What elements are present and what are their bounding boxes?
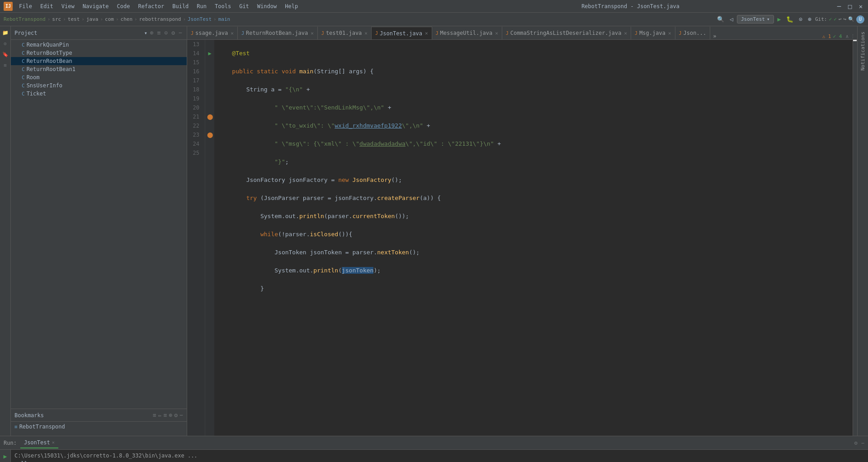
menu-run[interactable]: Run bbox=[193, 2, 210, 10]
menu-window[interactable]: Window bbox=[254, 2, 280, 10]
line-num: 24 bbox=[187, 139, 201, 148]
tab-test01[interactable]: J test01.java ✕ bbox=[318, 27, 372, 39]
tab-messageutil[interactable]: J MessageUtil.java ✕ bbox=[432, 27, 502, 39]
project-close-icon[interactable]: − bbox=[178, 29, 183, 37]
project-collapse-icon[interactable]: ≡ bbox=[156, 29, 162, 37]
tab-close-icon[interactable]: ✕ bbox=[311, 30, 314, 36]
git-check1[interactable]: ✓ bbox=[829, 16, 832, 22]
code-area[interactable]: @Test public static void main(String[] a… bbox=[214, 40, 853, 436]
line-num: 14 bbox=[187, 49, 201, 58]
coverage-button[interactable]: ⊙ bbox=[797, 15, 804, 24]
bc-main[interactable]: main bbox=[218, 16, 231, 22]
run-tab-close[interactable]: ✕ bbox=[52, 440, 55, 445]
sidebar-project-icon[interactable]: 📁 bbox=[1, 28, 10, 37]
tab-commastringaslist[interactable]: J CommaStringAsListDeserializer.java ✕ bbox=[502, 27, 631, 39]
tree-item[interactable]: C Ticket bbox=[11, 90, 187, 98]
tab-close-icon[interactable]: ✕ bbox=[425, 30, 428, 36]
search-btn[interactable]: 🔍 bbox=[848, 16, 854, 22]
bookmark-item[interactable]: ≡ RebotTranspond bbox=[11, 422, 187, 432]
more-tabs-icon[interactable]: ⋮ bbox=[850, 33, 855, 39]
tree-item-label: Ticket bbox=[27, 90, 46, 97]
scrollbar-thumb[interactable] bbox=[853, 40, 857, 41]
bm-icon6[interactable]: − bbox=[179, 412, 183, 419]
menu-navigate[interactable]: Navigate bbox=[79, 2, 113, 10]
bc-jsontest[interactable]: JsonTest bbox=[188, 16, 212, 22]
redo-btn[interactable]: ↪ bbox=[843, 16, 846, 22]
tab-label: test01.java bbox=[326, 30, 362, 36]
bm-icon2[interactable]: ✏ bbox=[158, 412, 162, 419]
sidebar-commit-icon[interactable]: ⊙ bbox=[1, 39, 10, 48]
run-tab-jsontest[interactable]: JsonTest ✕ bbox=[20, 438, 58, 448]
tab-close-icon[interactable]: ✕ bbox=[495, 30, 498, 36]
debug-button[interactable]: 🐛 bbox=[784, 15, 795, 24]
bc-chen[interactable]: chen bbox=[121, 16, 133, 22]
tree-item[interactable]: C SnsUserInfo bbox=[11, 81, 187, 90]
bm-icon5[interactable]: ⚙ bbox=[174, 412, 178, 419]
sidebar-bookmarks-icon[interactable]: 🔖 bbox=[1, 50, 10, 59]
expand-icon[interactable]: ∧ bbox=[845, 33, 849, 39]
project-gear-icon[interactable]: ⚙ bbox=[170, 29, 176, 37]
git-check2[interactable]: ✓ bbox=[834, 16, 837, 22]
back-btn[interactable]: ◁ bbox=[728, 15, 735, 24]
tree-item[interactable]: C ReturnRootBean1 bbox=[11, 65, 187, 73]
class-icon: C bbox=[22, 67, 25, 72]
bc-rebottranspond[interactable]: rebottranspond bbox=[139, 16, 181, 22]
run-close-icon[interactable]: − bbox=[861, 440, 864, 446]
notifications-label[interactable]: Notifications bbox=[860, 28, 866, 74]
bm-icon3[interactable]: ≡ bbox=[164, 412, 167, 419]
maximize-button[interactable]: □ bbox=[846, 3, 854, 10]
tab-close-icon[interactable]: ✕ bbox=[624, 30, 627, 36]
undo-btn[interactable]: ↩ bbox=[839, 16, 842, 22]
bm-icon1[interactable]: ≡ bbox=[153, 412, 156, 419]
bc-com[interactable]: com bbox=[105, 16, 114, 22]
menu-file[interactable]: File bbox=[15, 2, 36, 10]
tree-item[interactable]: C RemarkQuanPin bbox=[11, 41, 187, 49]
tab-json-more[interactable]: J Json... bbox=[675, 27, 711, 39]
bc-src[interactable]: src bbox=[52, 16, 61, 22]
run-output: C:\Users\15031\.jdks\corretto-1.8.0_332\… bbox=[11, 450, 868, 462]
close-button[interactable]: ✕ bbox=[857, 3, 864, 10]
tree-item-label: ReturnRootBean1 bbox=[27, 66, 75, 72]
left-sidebar: 📁 ⊙ 🔖 ≡ bbox=[0, 26, 11, 436]
run-play-icon[interactable]: ▶ bbox=[1, 452, 10, 461]
bc-project[interactable]: RebotTranspond bbox=[4, 16, 46, 22]
tab-returnrootbean[interactable]: J ReturnRootBean.java ✕ bbox=[238, 27, 318, 39]
project-scroll-icon[interactable]: ⊙ bbox=[164, 29, 169, 37]
bc-test[interactable]: test bbox=[68, 16, 80, 22]
tree-item-label: ReturnRootBean bbox=[27, 58, 72, 64]
tree-item[interactable]: C Room bbox=[11, 73, 187, 81]
menu-code[interactable]: Code bbox=[113, 2, 134, 10]
run-button[interactable]: ▶ bbox=[776, 15, 783, 24]
tab-close-icon[interactable]: ✕ bbox=[231, 30, 234, 36]
tree-item-label: SnsUserInfo bbox=[27, 82, 62, 89]
sidebar-structure-icon[interactable]: ≡ bbox=[1, 61, 10, 70]
tree-item-selected[interactable]: C ReturnRootBean bbox=[11, 57, 187, 65]
menu-edit[interactable]: Edit bbox=[37, 2, 57, 10]
menu-help[interactable]: Help bbox=[281, 2, 302, 10]
run-settings-icon[interactable]: ⚙ bbox=[854, 440, 858, 446]
bm-icon4[interactable]: ⊕ bbox=[169, 412, 173, 419]
tab-more-button[interactable]: » bbox=[710, 33, 719, 39]
gutter-run-icon[interactable]: ▶ bbox=[206, 49, 213, 58]
tab-close-icon[interactable]: ✕ bbox=[668, 30, 671, 36]
main-container: 📁 ⊙ 🔖 ≡ Project ▾ ⊕ ≡ ⊙ ⚙ − C RemarkQuan… bbox=[0, 26, 868, 436]
search-everywhere-btn[interactable]: 🔍 bbox=[715, 15, 726, 24]
tab-close-icon[interactable]: ✕ bbox=[364, 30, 368, 36]
more-run-btn[interactable]: ⊕ bbox=[806, 15, 813, 24]
menu-git[interactable]: Git bbox=[236, 2, 253, 10]
tree-item[interactable]: C ReturnBootType bbox=[11, 49, 187, 57]
gutter-breakpoint: ⬤ bbox=[206, 112, 213, 121]
run-config-selector[interactable]: JsonTest ▾ bbox=[737, 15, 774, 24]
tab-ssage[interactable]: J ssage.java ✕ bbox=[187, 27, 238, 39]
tab-msg[interactable]: J Msg.java ✕ bbox=[631, 27, 675, 39]
menu-tools[interactable]: Tools bbox=[211, 2, 235, 10]
bc-java[interactable]: java bbox=[86, 16, 99, 22]
menu-refactor[interactable]: Refactor bbox=[134, 2, 168, 10]
minimize-button[interactable]: ─ bbox=[835, 3, 843, 10]
menu-view[interactable]: View bbox=[58, 2, 78, 10]
gutter-run-icon[interactable] bbox=[206, 40, 213, 49]
menu-build[interactable]: Build bbox=[169, 2, 192, 10]
editor-scrollbar[interactable] bbox=[853, 40, 857, 436]
project-settings-icon[interactable]: ⊕ bbox=[149, 29, 155, 37]
tab-jsontest[interactable]: J JsonTest.java ✕ bbox=[372, 27, 432, 39]
